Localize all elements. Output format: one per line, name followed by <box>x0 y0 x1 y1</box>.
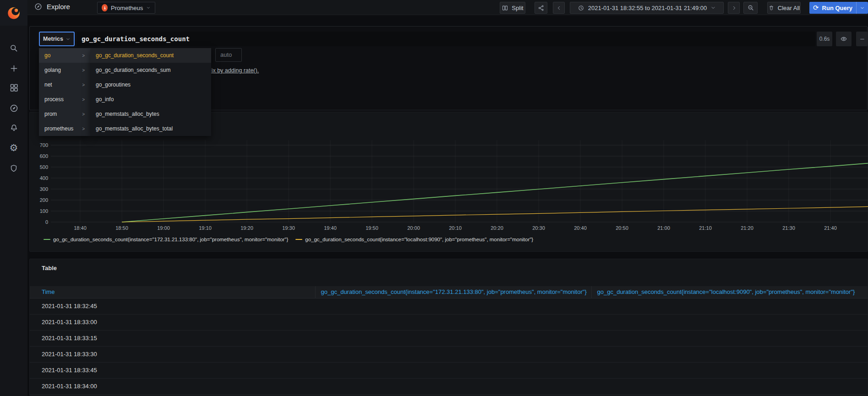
table-cell <box>591 330 868 346</box>
table-panel-title: Table <box>42 265 57 271</box>
grafana-logo[interactable] <box>0 0 27 26</box>
metric-suggestion-item[interactable]: go_goroutines <box>90 77 211 92</box>
chevron-left-icon <box>556 5 562 11</box>
metric-suggestion-item[interactable]: go_info <box>90 92 211 107</box>
share-button[interactable] <box>535 2 547 14</box>
x-tick-label: 19:20 <box>240 225 253 231</box>
trash-icon <box>768 5 775 11</box>
table-row: 2021-01-31 18:33:30 <box>30 346 868 362</box>
compass-icon <box>34 2 43 11</box>
datasource-picker[interactable]: Prometheus <box>97 2 155 14</box>
table-cell <box>591 362 868 378</box>
submenu-caret-icon: > <box>82 68 85 73</box>
query-hint-link[interactable]: Fix by adding rate(). <box>208 67 259 74</box>
x-tick-label: 19:30 <box>282 225 295 231</box>
metric-suggestion-item[interactable]: go_gc_duration_seconds_count <box>90 48 211 63</box>
metrics-dropdown-button[interactable]: Metrics <box>39 32 75 46</box>
query-elapsed-badge: 0.6s <box>817 32 832 46</box>
metrics-button-label: Metrics <box>43 36 63 42</box>
table-cell <box>591 298 868 314</box>
series-line <box>122 163 868 222</box>
metric-group-label: golang <box>44 67 61 73</box>
y-tick-label: 700 <box>40 142 48 148</box>
explore-header: Explore <box>34 2 70 11</box>
metric-group-item[interactable]: prometheus> <box>39 121 90 136</box>
x-tick-label: 18:50 <box>115 225 128 231</box>
run-query-dropdown-caret[interactable] <box>856 2 868 14</box>
zoom-out-icon <box>747 4 754 11</box>
table-cell: 2021-01-31 18:34:00 <box>30 378 315 394</box>
table-cell <box>315 314 591 330</box>
submenu-caret-icon: > <box>82 97 85 102</box>
step-interval-input[interactable]: auto <box>215 48 242 62</box>
legend-series-color-dash <box>295 239 302 240</box>
table-row: 2021-01-31 18:33:15 <box>30 330 868 346</box>
clear-all-label: Clear All <box>778 5 800 11</box>
split-button[interactable]: Split <box>500 2 525 14</box>
metric-suggestion-item[interactable]: go_memstats_alloc_bytes_total <box>90 121 211 136</box>
legend-series-label: go_gc_duration_seconds_count{instance="1… <box>53 237 288 242</box>
alerting-bell-icon[interactable] <box>8 122 19 133</box>
table-header-row: Timego_gc_duration_seconds_count{instanc… <box>30 286 868 298</box>
query-visibility-toggle[interactable] <box>836 32 852 46</box>
time-shift-forward-button[interactable] <box>728 2 740 14</box>
legend-item[interactable]: go_gc_duration_seconds_count{instance="1… <box>44 237 288 242</box>
run-query-button[interactable]: ⟳ Run Query <box>809 2 868 14</box>
y-tick-label: 400 <box>40 175 48 181</box>
x-tick-label: 20:30 <box>532 225 545 231</box>
time-shift-back-button[interactable] <box>553 2 565 14</box>
table-cell: 2021-01-31 18:33:15 <box>30 330 315 346</box>
metric-group-item[interactable]: process> <box>39 92 90 107</box>
series-line <box>122 206 868 222</box>
table-row: 2021-01-31 18:33:45 <box>30 362 868 378</box>
metric-group-item[interactable]: net> <box>39 77 90 92</box>
table-cell <box>315 378 591 394</box>
metric-group-item[interactable]: prom> <box>39 107 90 121</box>
x-tick-label: 20:50 <box>616 225 628 231</box>
grafana-logo-icon <box>6 5 22 21</box>
metric-suggestion-item[interactable]: go_gc_duration_seconds_sum <box>90 63 211 77</box>
sidebar: ⚙ <box>0 0 27 396</box>
dashboards-icon[interactable] <box>8 82 19 93</box>
metric-group-menu: go>golang>net>process>prom>prometheus> <box>39 48 90 136</box>
configuration-gear-icon[interactable]: ⚙ <box>8 142 19 153</box>
table-row: 2021-01-31 18:33:00 <box>30 314 868 330</box>
metric-group-item[interactable]: go> <box>39 48 90 63</box>
metric-group-label: prom <box>44 111 57 117</box>
explore-compass-icon[interactable] <box>8 103 19 114</box>
x-tick-label: 18:40 <box>74 225 87 231</box>
table-cell <box>315 298 591 314</box>
y-tick-label: 0 <box>45 219 48 225</box>
share-icon <box>538 5 545 11</box>
metric-group-label: net <box>44 81 52 88</box>
chart-legend: go_gc_duration_seconds_count{instance="1… <box>44 237 533 242</box>
zoom-out-button[interactable] <box>743 2 758 14</box>
metric-suggestion-item[interactable]: go_memstats_alloc_bytes <box>90 107 211 121</box>
table-column-header[interactable]: go_gc_duration_seconds_count{instance="1… <box>315 286 591 298</box>
legend-series-label: go_gc_duration_seconds_count{instance="l… <box>305 237 533 242</box>
server-admin-shield-icon[interactable] <box>8 163 19 174</box>
table-cell: 2021-01-31 18:32:45 <box>30 298 315 314</box>
clear-all-button[interactable]: Clear All <box>767 2 801 14</box>
table-column-header[interactable]: Time <box>30 286 315 298</box>
search-icon[interactable] <box>8 43 19 54</box>
table-panel: Table Timego_gc_duration_seconds_count{i… <box>29 259 868 396</box>
x-tick-label: 20:10 <box>449 225 462 231</box>
query-expression-input[interactable]: go_gc_duration_seconds_count <box>77 32 815 46</box>
time-range-picker[interactable]: 2021-01-31 18:32:55 to 2021-01-31 21:49:… <box>570 2 724 14</box>
table-cell: 2021-01-31 18:33:00 <box>30 314 315 330</box>
eye-icon <box>840 35 847 43</box>
x-tick-label: 19:00 <box>157 225 170 231</box>
split-label: Split <box>512 5 523 11</box>
metric-group-item[interactable]: golang> <box>39 63 90 77</box>
create-plus-icon[interactable] <box>8 63 19 74</box>
x-tick-label: 21:40 <box>824 225 837 231</box>
legend-item[interactable]: go_gc_duration_seconds_count{instance="l… <box>295 237 533 242</box>
legend-series-color-dash <box>44 239 50 240</box>
remove-query-button[interactable] <box>856 32 868 46</box>
x-tick-label: 21:30 <box>782 225 795 231</box>
chevron-down-icon <box>860 5 865 11</box>
submenu-caret-icon: > <box>82 53 85 58</box>
table-cell <box>591 314 868 330</box>
table-column-header[interactable]: go_gc_duration_seconds_count{instance="l… <box>591 286 868 298</box>
